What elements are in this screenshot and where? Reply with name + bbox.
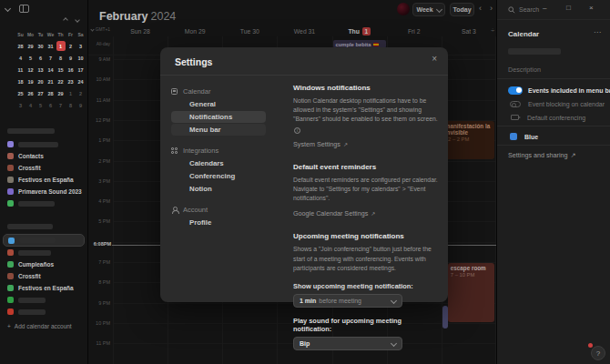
settings-nav-item-profile[interactable]: Profile [171, 217, 266, 228]
search-input[interactable]: Search [519, 6, 539, 13]
settings-content: Windows notifications Notion Calendar de… [293, 84, 439, 350]
calendar-list-item[interactable]: Crossfit [0, 162, 87, 174]
minical-day-cell[interactable]: 21 [46, 76, 56, 87]
calendar-color-icon [7, 177, 14, 183]
default-conferencing-row[interactable]: Default conferencing [508, 111, 605, 124]
minical-day-cell[interactable]: 26 [25, 87, 36, 99]
minical-day-cell[interactable]: 30 [36, 40, 46, 52]
settings-nav-item-notion[interactable]: Notion [171, 183, 266, 195]
calendar-list-item[interactable] [0, 197, 87, 209]
minical-day-cell[interactable]: 2 [76, 87, 86, 99]
minical-day-cell[interactable]: 8 [66, 99, 76, 111]
minical-day-cell[interactable]: 13 [36, 64, 46, 76]
settings-nav-section: Account [171, 204, 266, 216]
toggle-off-icon[interactable] [510, 101, 521, 107]
minical-day-cell[interactable]: 31 [46, 40, 56, 52]
settings-nav-item-notifications[interactable]: Notifications [171, 111, 266, 123]
minical-day-cell[interactable]: 1 [66, 87, 76, 99]
event-blocking-row[interactable]: Event blocking on calendar [508, 97, 605, 110]
minical-day-cell[interactable]: 10 [76, 52, 86, 64]
toggle-sidebar-icon[interactable] [19, 5, 29, 13]
minical-day-cell[interactable]: 9 [76, 99, 86, 111]
add-calendar-account-button[interactable]: + Add calendar account [7, 323, 72, 329]
plus-icon: + [7, 323, 11, 329]
minical-day-cell[interactable]: 17 [76, 64, 86, 76]
menu-bar-toggle-row[interactable]: Events included in menu bar [508, 84, 605, 96]
account-header [0, 126, 87, 136]
minical-day-cell[interactable]: 7 [56, 99, 66, 111]
notification-sound-select[interactable]: Bip [293, 337, 402, 350]
minical-day-cell[interactable]: 29 [56, 87, 66, 99]
calendar-list-item[interactable] [0, 247, 87, 258]
minical-day-cell[interactable]: 25 [15, 87, 25, 99]
app-window: SuMoTuWeThFrSa28293031123456789101112131… [0, 0, 610, 364]
minical-day-cell[interactable]: 15 [56, 64, 66, 76]
minical-day-cell[interactable]: 4 [15, 52, 25, 64]
maximize-button[interactable]: □ [566, 4, 571, 12]
system-settings-link[interactable]: System Settings↗ [293, 140, 348, 148]
calendar-list-item[interactable]: Contacts [0, 150, 87, 162]
toggle-on-icon[interactable] [508, 86, 523, 95]
calendar-list-item[interactable]: Crossfit [0, 270, 87, 282]
minical-day-cell[interactable]: 6 [36, 52, 46, 64]
minical-next-icon[interactable] [75, 17, 80, 23]
minical-day-cell[interactable]: 5 [25, 52, 36, 64]
calendar-list-item[interactable]: Festivos en España [0, 282, 87, 294]
minical-day-cell[interactable]: 14 [46, 64, 56, 76]
minical-day-cell[interactable]: 27 [36, 87, 46, 99]
redacted-calendar-name [508, 48, 561, 55]
calendar-list-item[interactable] [0, 138, 87, 150]
calendar-label: Crossfit [18, 273, 41, 279]
section-body: Notion Calendar desktop notifications ha… [293, 96, 439, 134]
minical-day-cell[interactable]: 8 [56, 52, 66, 64]
minical-day-cell[interactable]: 7 [46, 52, 56, 64]
description-field[interactable]: Description [508, 66, 541, 74]
minical-day-cell[interactable]: 20 [36, 76, 46, 87]
calendar-list-item[interactable] [0, 306, 87, 318]
minical-day-cell[interactable]: 18 [15, 76, 25, 87]
calendar-list-item[interactable] [0, 294, 87, 306]
info-icon[interactable]: i [294, 127, 300, 134]
google-calendar-settings-link[interactable]: Google Calendar Settings↗ [293, 209, 375, 217]
settings-nav-item-calendars[interactable]: Calendars [171, 157, 266, 169]
settings-and-sharing-link[interactable]: Settings and sharing↗ [508, 151, 576, 159]
minical-day-cell[interactable]: 5 [36, 99, 46, 111]
minical-today-cell[interactable]: 1 [56, 40, 66, 52]
minical-day-cell[interactable]: 28 [46, 87, 56, 99]
calendar-color-row[interactable]: Blue [508, 130, 605, 143]
workspace-chevron-icon[interactable] [5, 5, 11, 12]
minical-prev-icon[interactable] [63, 17, 68, 23]
calendar-color-icon [7, 153, 14, 159]
notification-time-select[interactable]: 1 min before meeting [293, 294, 402, 308]
minimize-button[interactable]: – [543, 4, 546, 12]
minical-day-cell[interactable]: 23 [66, 76, 76, 87]
more-options-icon[interactable]: ⋯ [594, 28, 601, 36]
help-button[interactable]: ? [591, 346, 605, 360]
minical-day-cell[interactable]: 2 [66, 40, 76, 52]
chevron-down-icon [391, 298, 397, 304]
minical-day-cell[interactable]: 24 [76, 76, 86, 87]
minical-day-cell[interactable]: 28 [15, 40, 25, 52]
minical-day-cell[interactable]: 4 [25, 99, 36, 111]
calendar-list-item[interactable] [3, 234, 85, 247]
minical-day-cell[interactable]: 11 [15, 64, 25, 76]
minical-day-cell[interactable]: 9 [66, 52, 76, 64]
minical-day-cell[interactable]: 3 [76, 40, 86, 52]
minical-day-cell[interactable]: 3 [15, 99, 25, 111]
minical-day-cell[interactable]: 16 [66, 64, 76, 76]
minical-day-cell[interactable]: 6 [46, 99, 56, 111]
close-icon[interactable]: × [432, 54, 437, 64]
calendar-list-item[interactable]: Festivos en España [0, 174, 87, 186]
minical-day-cell[interactable]: 12 [25, 64, 36, 76]
settings-nav-item-conferencing[interactable]: Conferencing [171, 170, 266, 182]
calendar-list-item[interactable]: Primavera Sound 2023 [0, 186, 87, 197]
redacted-account-name [7, 224, 53, 229]
minical-day-cell[interactable]: 29 [25, 40, 36, 52]
close-window-button[interactable]: × [589, 4, 594, 12]
integrations-icon [171, 147, 178, 154]
settings-nav-item-general[interactable]: General [171, 98, 266, 110]
calendar-list-item[interactable]: Cumpleaños [0, 258, 87, 270]
minical-day-cell[interactable]: 22 [56, 76, 66, 87]
settings-nav-item-menu-bar[interactable]: Menu bar [171, 124, 266, 136]
minical-day-cell[interactable]: 19 [25, 76, 36, 87]
